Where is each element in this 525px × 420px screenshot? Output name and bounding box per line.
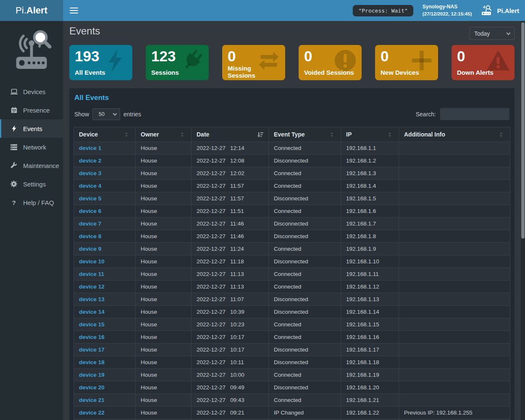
card-all-events[interactable]: 193 All Events: [69, 45, 132, 80]
period-select-value: Today: [474, 30, 490, 37]
device-link[interactable]: device 20: [79, 384, 105, 391]
page-length-select[interactable]: 50: [92, 108, 120, 120]
card-new-devices[interactable]: 0 New Devices: [375, 45, 438, 80]
device-link[interactable]: device 14: [79, 309, 105, 315]
device-link[interactable]: device 9: [79, 246, 101, 252]
ip-cell: 192.168.1.4: [341, 180, 399, 192]
brand-prefix: Pi.: [16, 5, 26, 16]
event-type-cell: Disconnected: [268, 356, 341, 368]
exchange-icon: [257, 48, 281, 73]
sort-icon: [331, 132, 336, 137]
event-type-cell: Connected: [268, 268, 341, 280]
period-select[interactable]: Today: [470, 27, 514, 40]
additional-info-cell: [399, 230, 510, 242]
column-header-date[interactable]: Date: [191, 127, 268, 142]
sidebar-item-help[interactable]: ? Help / FAQ: [0, 193, 63, 212]
table-row: device 22 House 2022-12-2709:21 IP Chang…: [74, 406, 510, 419]
sidebar-item-maintenance[interactable]: Maintenance: [0, 156, 63, 175]
warning-triangle-icon: [486, 48, 510, 73]
app-link-label: Pi.Alert: [497, 7, 519, 14]
date-cell: 2022-12-2710:39: [191, 306, 268, 318]
ip-cell: 192.168.1.20: [341, 381, 399, 394]
device-link[interactable]: device 16: [79, 334, 105, 340]
event-type-cell: Disconnected: [268, 192, 341, 205]
search-label: Search:: [416, 111, 436, 118]
column-header-owner[interactable]: Owner: [135, 127, 191, 142]
owner-cell: House: [135, 318, 191, 331]
search-input[interactable]: [440, 108, 509, 120]
device-link[interactable]: device 4: [79, 183, 101, 189]
table-row: device 4 House 2022-12-2711:57 Connected…: [74, 179, 510, 192]
event-type-cell: Connected: [268, 318, 341, 331]
date-cell: 2022-12-2710:11: [191, 356, 268, 368]
device-link[interactable]: device 21: [79, 397, 105, 403]
hamburger-icon[interactable]: [70, 6, 78, 15]
column-header-additional-info[interactable]: Additional Info: [399, 127, 510, 142]
column-header-device[interactable]: Device: [74, 127, 135, 142]
device-link[interactable]: device 2: [79, 158, 101, 164]
ip-cell: 192.168.1.2: [341, 155, 399, 167]
main-content: Events Today 193 All Events 123 Sessions…: [63, 21, 521, 420]
device-link[interactable]: device 5: [79, 195, 101, 202]
ip-cell: 192.168.1.7: [341, 218, 399, 230]
event-type-cell: Connected: [268, 394, 341, 406]
ip-cell: 192.168.1.19: [341, 369, 399, 381]
app-link[interactable]: Pi.Alert: [481, 5, 519, 16]
ip-cell: 192.168.1.17: [341, 344, 399, 356]
scrollbar-thumb[interactable]: [521, 22, 525, 239]
date-cell: 2022-12-2711:57: [191, 180, 268, 192]
additional-info-cell: [399, 369, 510, 381]
ip-cell: 192.168.1.13: [341, 293, 399, 305]
date-cell: 2022-12-2711:13: [191, 268, 268, 280]
sidebar-item-network[interactable]: Network: [0, 138, 63, 156]
event-type-cell: Connected: [268, 369, 341, 381]
owner-cell: House: [135, 331, 191, 343]
owner-cell: House: [135, 180, 191, 192]
sidebar-item-settings[interactable]: Settings: [0, 175, 63, 193]
additional-info-cell: [399, 344, 510, 356]
process-status-badge[interactable]: "Process: Wait": [353, 5, 413, 16]
device-link[interactable]: device 12: [79, 284, 105, 290]
table-row: device 6 House 2022-12-2711:51 Connected…: [74, 205, 510, 217]
device-link[interactable]: device 6: [79, 208, 101, 214]
brand-logo[interactable]: Pi.Alert: [0, 0, 63, 21]
device-link[interactable]: device 18: [79, 359, 105, 365]
device-link[interactable]: device 13: [79, 296, 105, 302]
date-cell: 2022-12-2711:13: [191, 281, 268, 293]
event-type-cell: Disconnected: [268, 381, 341, 394]
device-link[interactable]: device 8: [79, 233, 101, 239]
card-sessions[interactable]: 123 Sessions: [146, 45, 209, 80]
sidebar-item-presence[interactable]: Presence: [0, 101, 63, 119]
ip-cell: 192.168.1.8: [341, 230, 399, 242]
device-link[interactable]: device 10: [79, 258, 105, 265]
table-row: device 17 House 2022-12-2710:17 Disconne…: [74, 343, 510, 356]
card-missing-sessions[interactable]: 0 Missing Sessions: [222, 45, 285, 80]
owner-cell: House: [135, 407, 191, 419]
card-down-alerts[interactable]: 0 Down Alerts: [452, 45, 514, 80]
sidebar-item-label: Maintenance: [23, 162, 59, 169]
column-header-event-type[interactable]: Event Type: [268, 127, 341, 142]
sidebar-item-events[interactable]: Events: [0, 119, 63, 138]
exclamation-circle-icon: [333, 48, 357, 73]
sort-icon: [388, 132, 394, 137]
additional-info-cell: [399, 268, 510, 280]
device-link[interactable]: device 19: [79, 372, 105, 378]
event-type-cell: Disconnected: [268, 218, 341, 230]
device-link[interactable]: device 15: [79, 321, 105, 328]
device-link[interactable]: device 3: [79, 170, 101, 176]
device-link[interactable]: device 22: [79, 410, 105, 416]
router-icon: [481, 5, 494, 16]
card-voided-sessions[interactable]: 0 Voided Sessions: [299, 45, 362, 80]
owner-cell: House: [135, 268, 191, 280]
server-icon: [10, 144, 18, 150]
device-link[interactable]: device 7: [79, 220, 101, 227]
sidebar-item-devices[interactable]: Devices: [0, 82, 63, 101]
device-link[interactable]: device 1: [79, 145, 101, 151]
table-row: device 13 House 2022-12-2711:07 Disconne…: [74, 293, 510, 305]
table-row: device 1 House 2022-12-2712:14 Connected…: [74, 142, 510, 154]
event-type-cell: Connected: [268, 167, 341, 179]
column-header-ip[interactable]: IP: [341, 127, 399, 142]
device-link[interactable]: device 11: [79, 271, 104, 277]
device-link[interactable]: device 17: [79, 346, 105, 353]
ip-cell: 192.168.1.12: [341, 281, 399, 293]
